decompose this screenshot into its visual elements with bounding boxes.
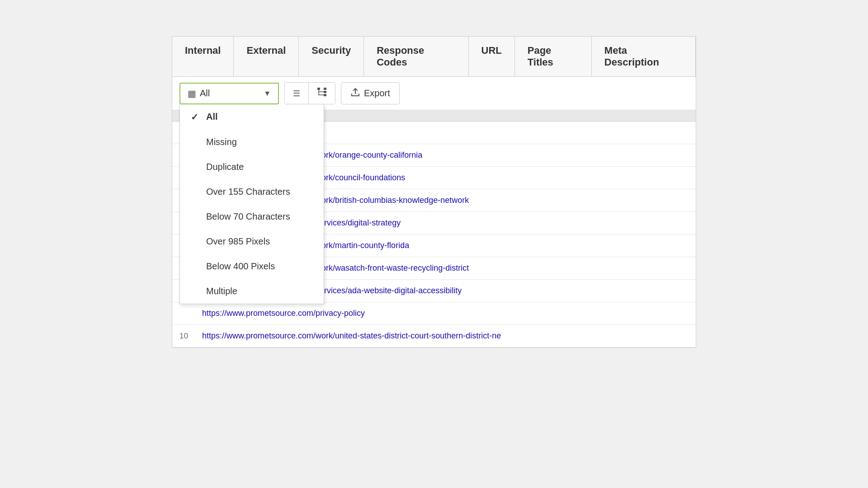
filter-option-duplicate[interactable]: Duplicate	[180, 155, 324, 179]
filter-option-over-985[interactable]: Over 985 Pixels	[180, 229, 324, 254]
export-label: Export	[364, 88, 390, 99]
table-row: 10 https://www.prometsource.com/work/uni…	[172, 325, 696, 347]
filter-dropdown-wrapper: ▦ All ▼ ✓ All Missing Duplicate	[179, 83, 279, 104]
row-number: 10	[179, 332, 202, 341]
row-url[interactable]: https://www.prometsource.com/work/united…	[202, 331, 689, 341]
filter-dropdown-menu: ✓ All Missing Duplicate Over 155 Charact…	[179, 104, 324, 304]
filter-option-below-400[interactable]: Below 400 Pixels	[180, 254, 324, 279]
tab-meta-description[interactable]: Meta Description	[592, 37, 696, 76]
tab-bar: Internal External Security Response Code…	[172, 37, 696, 77]
toolbar: ▦ All ▼ ✓ All Missing Duplicate	[172, 77, 696, 110]
main-container: Internal External Security Response Code…	[172, 36, 696, 348]
checkmark-icon: ✓	[191, 112, 202, 122]
tab-external[interactable]: External	[234, 37, 299, 76]
filter-dropdown[interactable]: ▦ All ▼	[179, 83, 279, 104]
list-icon: ☰	[293, 89, 300, 98]
svg-rect-2	[324, 91, 326, 93]
view-toggle-group: ☰	[284, 82, 335, 104]
tree-icon	[317, 90, 327, 99]
tab-page-titles[interactable]: Page Titles	[515, 37, 592, 76]
chevron-down-icon: ▼	[264, 89, 271, 98]
svg-rect-0	[317, 88, 320, 90]
filter-option-multiple[interactable]: Multiple	[180, 279, 324, 304]
filter-icon: ▦	[188, 88, 196, 99]
filter-selected-label: All	[200, 88, 260, 99]
svg-rect-1	[324, 88, 326, 90]
tree-view-button[interactable]	[309, 83, 335, 104]
table-row: https://www.prometsource.com/privacy-pol…	[172, 302, 696, 325]
tab-security[interactable]: Security	[299, 37, 364, 76]
tab-internal[interactable]: Internal	[172, 37, 234, 76]
tab-url[interactable]: URL	[469, 37, 515, 76]
tab-response-codes[interactable]: Response Codes	[364, 37, 468, 76]
filter-option-missing[interactable]: Missing	[180, 130, 324, 155]
filter-option-over-155[interactable]: Over 155 Characters	[180, 179, 324, 204]
list-view-button[interactable]: ☰	[285, 83, 309, 104]
export-icon	[350, 87, 360, 99]
filter-option-all[interactable]: ✓ All	[180, 104, 324, 130]
export-button[interactable]: Export	[341, 82, 400, 104]
row-url[interactable]: https://www.prometsource.com/privacy-pol…	[202, 309, 689, 318]
filter-option-below-70[interactable]: Below 70 Characters	[180, 204, 324, 229]
svg-rect-3	[324, 94, 326, 96]
